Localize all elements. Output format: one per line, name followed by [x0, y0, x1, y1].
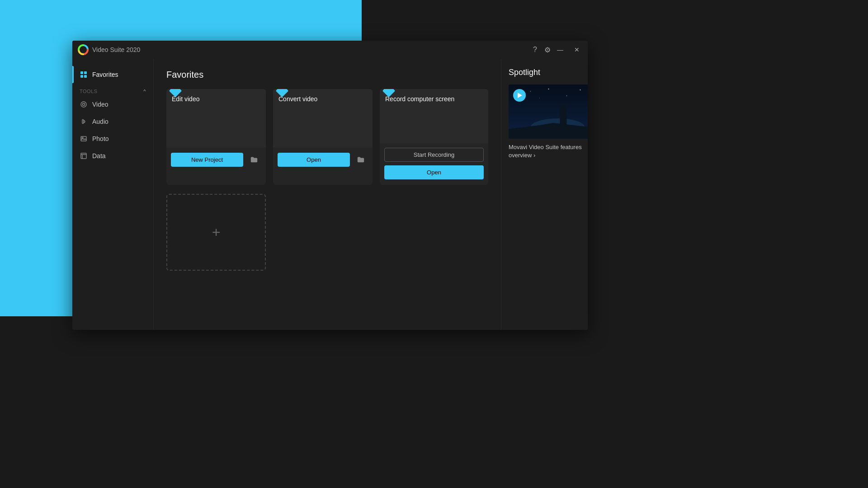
photo-icon	[80, 135, 88, 143]
sidebar-item-data[interactable]: Data	[72, 147, 153, 164]
sidebar-item-video[interactable]: Video	[72, 96, 153, 113]
spotlight-title: Spotlight	[509, 68, 588, 77]
sidebar-item-favorites[interactable]: Favorites	[72, 66, 153, 83]
edit-video-title: Edit video	[166, 89, 205, 106]
settings-icon[interactable]: ⚙	[542, 44, 552, 56]
svg-rect-9	[81, 153, 86, 159]
record-screen-title: Record computer screen	[380, 89, 460, 106]
svg-point-14	[530, 91, 531, 92]
edit-video-folder-button[interactable]	[247, 152, 261, 167]
edit-video-footer: New Project	[166, 148, 266, 172]
audio-label: Audio	[92, 118, 108, 125]
start-recording-button[interactable]: Start Recording	[384, 148, 484, 162]
svg-rect-1	[80, 71, 83, 74]
grid-icon	[80, 70, 88, 79]
svg-point-15	[548, 89, 549, 89]
convert-open-button[interactable]: Open	[278, 153, 350, 167]
convert-video-card-header: Convert video	[273, 89, 373, 148]
spotlight-video-bg	[509, 84, 588, 139]
photo-label: Photo	[92, 135, 109, 142]
window-body: Favorites TOOLS ^ Video	[72, 59, 588, 330]
record-screen-card-header: Record computer screen	[380, 89, 488, 143]
edit-video-card: Edit video New Project	[166, 89, 266, 185]
titlebar-icons: ? ⚙	[531, 44, 552, 56]
svg-point-18	[539, 98, 540, 98]
add-icon: +	[212, 224, 221, 241]
convert-video-footer: Open	[273, 148, 373, 172]
window-controls: — ✕	[554, 45, 582, 55]
spotlight-play-button[interactable]	[513, 89, 526, 102]
svg-rect-7	[81, 136, 86, 141]
add-favorite-card[interactable]: +	[166, 194, 266, 271]
content-area: Favorites Edit video New Project	[154, 59, 588, 330]
play-triangle-icon	[518, 93, 522, 98]
app-logo	[78, 44, 89, 55]
title-bar: Video Suite 2020 ? ⚙ — ✕	[72, 41, 588, 59]
svg-rect-2	[84, 71, 87, 74]
record-open-button[interactable]: Open	[384, 165, 484, 179]
app-title: Video Suite 2020	[92, 46, 531, 53]
cards-row: Edit video New Project	[166, 89, 488, 185]
close-button[interactable]: ✕	[571, 45, 582, 55]
sidebar-item-audio[interactable]: Audio	[72, 113, 153, 130]
section-title: Favorites	[166, 70, 488, 80]
spotlight-video-link[interactable]: Movavi Video Suite features overview ›	[509, 143, 588, 160]
spotlight-panel: Spotlight	[501, 59, 588, 330]
data-label: Data	[92, 152, 106, 160]
favorites-label: Favorites	[92, 71, 118, 78]
record-screen-footer: Start Recording Open	[380, 143, 488, 185]
minimize-button[interactable]: —	[554, 45, 566, 55]
edit-video-card-header: Edit video	[166, 89, 266, 148]
main-area: Favorites Edit video New Project	[154, 59, 501, 330]
svg-point-6	[83, 103, 85, 106]
data-icon	[80, 152, 88, 160]
svg-rect-4	[84, 75, 87, 78]
convert-video-card: Convert video Open	[273, 89, 373, 185]
new-project-button[interactable]: New Project	[171, 153, 243, 167]
svg-point-21	[560, 104, 566, 112]
sidebar: Favorites TOOLS ^ Video	[72, 59, 154, 330]
svg-rect-3	[80, 75, 83, 78]
video-label: Video	[92, 101, 108, 108]
convert-video-title: Convert video	[273, 89, 323, 106]
video-icon	[80, 100, 88, 108]
main-window: Video Suite 2020 ? ⚙ — ✕	[72, 41, 588, 330]
spotlight-video[interactable]	[509, 84, 588, 139]
svg-point-17	[580, 89, 581, 90]
tools-section: TOOLS ^	[72, 83, 153, 96]
svg-point-16	[566, 95, 567, 96]
help-icon[interactable]: ?	[531, 44, 539, 56]
audio-icon	[80, 117, 88, 126]
sidebar-item-photo[interactable]: Photo	[72, 130, 153, 147]
record-screen-card: Record computer screen Start Recording O…	[380, 89, 488, 185]
svg-point-5	[81, 102, 86, 107]
convert-video-folder-button[interactable]	[354, 152, 368, 167]
